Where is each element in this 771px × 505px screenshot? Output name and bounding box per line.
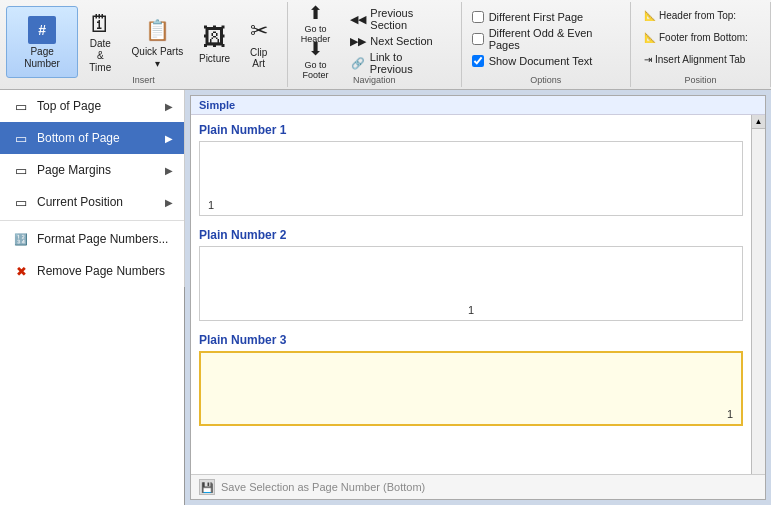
- plain-number-1-label: Plain Number 1: [199, 123, 743, 137]
- scroll-track: [752, 129, 765, 480]
- bottom-of-page-icon: ▭: [11, 128, 31, 148]
- options-group-label: Options: [462, 75, 630, 85]
- page-margins-label: Page Margins: [37, 163, 111, 177]
- different-odd-even-label: Different Odd & Even Pages: [489, 27, 620, 51]
- insert-alignment-tab-item[interactable]: ⇥ Insert Alignment Tab: [639, 51, 762, 68]
- scroll-up-button[interactable]: ▲: [752, 115, 765, 129]
- picture-button[interactable]: 🖼 Picture: [192, 6, 236, 78]
- picture-label: Picture: [199, 53, 230, 64]
- bottom-of-page-arrow: ▶: [165, 133, 173, 144]
- current-position-arrow: ▶: [165, 197, 173, 208]
- go-to-header-icon: ⬆: [308, 2, 323, 24]
- different-odd-even-option[interactable]: Different Odd & Even Pages: [472, 27, 620, 51]
- footer-from-bottom-item[interactable]: 📐 Footer from Bottom:: [639, 29, 762, 46]
- format-page-numbers-icon: 🔢: [11, 229, 31, 249]
- show-document-text-option[interactable]: Show Document Text: [472, 55, 620, 67]
- position-group-label: Position: [631, 75, 770, 85]
- different-first-page-label: Different First Page: [489, 11, 584, 23]
- menu-item-remove-page-numbers[interactable]: ✖ Remove Page Numbers: [0, 255, 184, 287]
- save-selection-icon: 💾: [199, 479, 215, 495]
- go-to-header-button[interactable]: ⬆ Go toHeader: [294, 6, 338, 40]
- gallery-container: Simple Plain Number 1 1 Plain Number 2: [190, 95, 766, 500]
- gallery-item-plain-2[interactable]: Plain Number 2 1: [199, 228, 743, 321]
- menu-item-current-position[interactable]: ▭ Current Position ▶: [0, 186, 184, 218]
- page-number-label: Page Number: [13, 46, 71, 70]
- go-to-column: ⬆ Go toHeader ⬇ Go toFooter: [294, 6, 338, 76]
- plain-number-1-value: 1: [200, 195, 222, 215]
- plain-number-2-preview: 1: [199, 246, 743, 321]
- format-page-numbers-label: Format Page Numbers...: [37, 232, 168, 246]
- gallery-section-label: Simple: [191, 96, 765, 115]
- page-margins-arrow: ▶: [165, 165, 173, 176]
- page-number-button[interactable]: # Page Number: [6, 6, 78, 78]
- position-group: 📐 Header from Top: 📐 Footer from Bottom:…: [631, 2, 771, 87]
- gallery-scroll[interactable]: Plain Number 1 1 Plain Number 2 1: [191, 115, 751, 470]
- header-from-top-label: Header from Top:: [659, 10, 736, 21]
- plain-number-3-value: 1: [719, 404, 741, 424]
- current-position-label: Current Position: [37, 195, 123, 209]
- navigation-group: ⬆ Go toHeader ⬇ Go toFooter ◀◀ Previous …: [288, 2, 462, 87]
- content-panel: Simple Plain Number 1 1 Plain Number 2: [185, 90, 771, 505]
- insert-group: # Page Number 🗓 Date& Time 📋 Quick Parts…: [0, 2, 288, 87]
- clip-art-icon: ✂: [243, 15, 275, 47]
- show-document-text-checkbox[interactable]: [472, 55, 484, 67]
- header-from-top-item[interactable]: 📐 Header from Top:: [639, 7, 762, 24]
- quick-parts-icon: 📋: [141, 14, 173, 46]
- clip-art-button[interactable]: ✂ ClipArt: [237, 6, 281, 78]
- different-first-page-option[interactable]: Different First Page: [472, 11, 620, 23]
- footer-from-bottom-label: Footer from Bottom:: [659, 32, 748, 43]
- page-number-icon: #: [26, 14, 58, 46]
- quick-parts-label: Quick Parts ▾: [129, 46, 185, 70]
- picture-icon: 🖼: [199, 21, 231, 53]
- save-selection-label: Save Selection as Page Number (Bottom): [221, 481, 425, 493]
- footer-from-bottom-icon: 📐: [644, 32, 656, 43]
- header-from-top-icon: 📐: [644, 10, 656, 21]
- different-odd-even-checkbox[interactable]: [472, 33, 484, 45]
- options-group: Different First Page Different Odd & Eve…: [462, 2, 631, 87]
- current-position-icon: ▭: [11, 192, 31, 212]
- next-section-icon: ▶▶: [350, 33, 366, 49]
- gallery-scrollbar[interactable]: ▲ ▼: [751, 115, 765, 494]
- go-to-footer-icon: ⬇: [308, 38, 323, 60]
- menu-item-bottom-of-page[interactable]: ▭ Bottom of Page ▶: [0, 122, 184, 154]
- section-nav-group: ◀◀ Previous Section ▶▶ Next Section 🔗 Li…: [341, 6, 454, 76]
- menu-item-page-margins[interactable]: ▭ Page Margins ▶: [0, 154, 184, 186]
- bottom-of-page-label: Bottom of Page: [37, 131, 120, 145]
- insert-buttons-row: # Page Number 🗓 Date& Time 📋 Quick Parts…: [6, 6, 281, 78]
- plain-number-2-value: 1: [460, 300, 482, 320]
- top-of-page-arrow: ▶: [165, 101, 173, 112]
- ribbon: # Page Number 🗓 Date& Time 📋 Quick Parts…: [0, 0, 771, 90]
- different-first-page-checkbox[interactable]: [472, 11, 484, 23]
- gallery-item-plain-1[interactable]: Plain Number 1 1: [199, 123, 743, 216]
- next-section-button[interactable]: ▶▶ Next Section: [345, 30, 450, 52]
- remove-page-numbers-label: Remove Page Numbers: [37, 264, 165, 278]
- page-margins-icon: ▭: [11, 160, 31, 180]
- navigation-group-label: Navigation: [288, 75, 461, 85]
- clip-art-label: ClipArt: [250, 47, 267, 69]
- dropdown-menu: ▭ Top of Page ▶ ▭ Bottom of Page ▶ ▭ Pag…: [0, 90, 185, 287]
- previous-section-button[interactable]: ◀◀ Previous Section: [345, 8, 450, 30]
- insert-group-label: Insert: [0, 75, 287, 85]
- date-time-icon: 🗓: [84, 10, 116, 38]
- gallery-item-plain-3[interactable]: Plain Number 3 1: [199, 333, 743, 426]
- top-of-page-label: Top of Page: [37, 99, 101, 113]
- menu-item-format-page-numbers[interactable]: 🔢 Format Page Numbers...: [0, 223, 184, 255]
- top-of-page-icon: ▭: [11, 96, 31, 116]
- date-time-label: Date& Time: [85, 38, 115, 74]
- menu-item-top-of-page[interactable]: ▭ Top of Page ▶: [0, 90, 184, 122]
- link-to-previous-button[interactable]: 🔗 Link to Previous: [345, 52, 450, 74]
- remove-page-numbers-icon: ✖: [11, 261, 31, 281]
- menu-separator: [0, 220, 184, 221]
- plain-number-2-label: Plain Number 2: [199, 228, 743, 242]
- gallery-bottom-bar: 💾 Save Selection as Page Number (Bottom): [191, 474, 765, 499]
- previous-section-label: Previous Section: [370, 7, 445, 31]
- main-area: ▭ Top of Page ▶ ▭ Bottom of Page ▶ ▭ Pag…: [0, 90, 771, 505]
- show-document-text-label: Show Document Text: [489, 55, 593, 67]
- link-to-previous-label: Link to Previous: [370, 51, 446, 75]
- quick-parts-button[interactable]: 📋 Quick Parts ▾: [122, 6, 192, 78]
- navigation-row: ⬆ Go toHeader ⬇ Go toFooter ◀◀ Previous …: [294, 6, 455, 76]
- link-to-previous-icon: 🔗: [350, 55, 366, 71]
- insert-alignment-tab-icon: ⇥: [644, 54, 652, 65]
- go-to-footer-button[interactable]: ⬇ Go toFooter: [294, 42, 338, 76]
- date-time-button[interactable]: 🗓 Date& Time: [78, 6, 122, 78]
